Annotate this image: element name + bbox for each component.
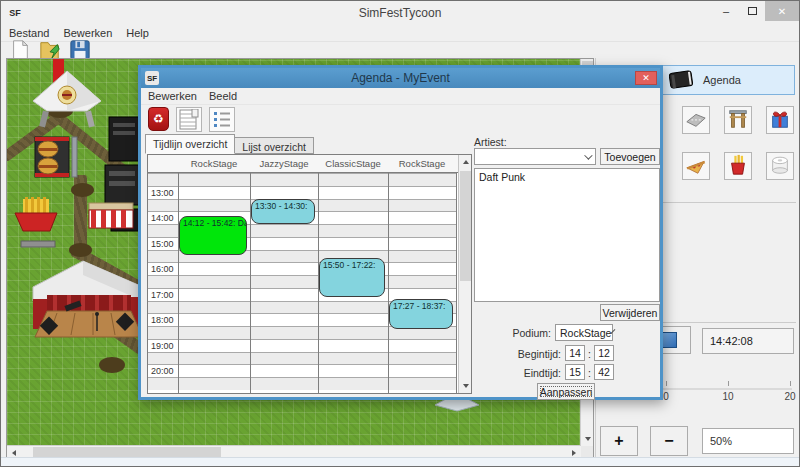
maximize-button[interactable] xyxy=(739,1,765,21)
road-tile-build-button[interactable] xyxy=(682,106,710,134)
timeline-view-icon[interactable] xyxy=(176,107,202,132)
pizza-icon xyxy=(685,154,707,178)
close-button[interactable]: ✕ xyxy=(765,1,799,21)
agenda-dialog: SF Agenda - MyEvent ✕ Bewerken Beeld ♻ xyxy=(138,65,663,400)
menu-bestand[interactable]: Bestand xyxy=(9,27,49,39)
timeline-row xyxy=(148,275,456,288)
agenda-event-rockstage[interactable]: 17:27 - 18:37: xyxy=(389,299,453,329)
timeline-row xyxy=(148,352,456,365)
agenda-button-label: Agenda xyxy=(703,74,741,86)
stage-frame-build-button[interactable] xyxy=(724,106,752,134)
menu-bewerken[interactable]: Bewerken xyxy=(63,27,112,39)
artist-listbox[interactable]: Daft Punk xyxy=(474,168,660,302)
dialog-titlebar: SF Agenda - MyEvent ✕ xyxy=(141,68,660,88)
column-header-jazzystage: JazzyStage xyxy=(250,158,318,169)
start-time-label: Begintijd: xyxy=(491,348,561,360)
timeline-row xyxy=(148,173,456,186)
time-colon: : xyxy=(588,348,591,360)
maximize-icon xyxy=(748,7,757,15)
grid-line xyxy=(148,275,456,276)
grid-line xyxy=(148,288,456,289)
artist-list-item[interactable]: Daft Punk xyxy=(475,169,659,185)
list-view-icon[interactable] xyxy=(209,107,235,132)
hour-label: 19:00 xyxy=(151,341,174,351)
game-clock: 14:42:08 xyxy=(702,328,794,354)
path-junction xyxy=(71,183,94,197)
grid-line xyxy=(148,173,456,174)
fries-build-button[interactable] xyxy=(724,152,752,180)
scroll-left-icon[interactable] xyxy=(9,450,16,456)
dialog-close-button[interactable]: ✕ xyxy=(635,71,657,85)
dialog-menubar: Bewerken Beeld xyxy=(141,88,660,105)
stage-combobox[interactable]: RockStage xyxy=(555,324,613,341)
slider-tick-label: 20 xyxy=(784,391,795,402)
agenda-event-jazzystage[interactable]: 13:30 - 14:30: xyxy=(251,199,315,225)
path-junction xyxy=(99,357,125,373)
apply-button[interactable]: Aanpassen xyxy=(537,383,595,400)
pizza-build-button[interactable] xyxy=(682,152,710,180)
menu-help[interactable]: Help xyxy=(126,27,149,39)
scroll-down-icon[interactable] xyxy=(463,384,469,391)
add-artist-button[interactable]: Toevoegen xyxy=(600,148,660,165)
trash-icon[interactable]: ♻ xyxy=(148,107,169,131)
column-border xyxy=(178,155,179,393)
remove-artist-button[interactable]: Verwijderen xyxy=(600,304,660,321)
time-colon: : xyxy=(588,367,591,379)
hour-label: 15:00 xyxy=(151,239,174,249)
grid-line xyxy=(148,339,456,340)
tab-lijst-overzicht[interactable]: Lijst overzicht xyxy=(234,137,314,154)
start-minute-field[interactable]: 12 xyxy=(594,345,614,361)
column-border xyxy=(250,155,251,393)
agenda-event-rockstage[interactable]: 14:12 - 15:42: Daft Punk xyxy=(179,216,247,254)
column-header-classicstage: ClassicStage xyxy=(318,158,388,169)
toilet-roll-build-button[interactable] xyxy=(766,152,794,180)
scroll-right-icon[interactable] xyxy=(572,450,579,456)
burger-stand[interactable] xyxy=(33,135,79,179)
stage-frame-icon xyxy=(727,108,749,132)
chevron-down-icon xyxy=(611,329,616,334)
window-title: SimFestTycoon xyxy=(1,6,799,20)
gift-icon xyxy=(769,108,791,132)
agenda-book-icon xyxy=(669,70,693,90)
grid-line xyxy=(148,186,456,187)
fries-icon xyxy=(727,154,749,178)
slider-tick xyxy=(728,381,729,386)
grid-line xyxy=(148,364,456,365)
menubar: Bestand Bewerken Help xyxy=(1,25,799,42)
start-hour-field[interactable]: 14 xyxy=(565,345,585,361)
dialog-menu-bewerken[interactable]: Bewerken xyxy=(148,90,197,102)
hour-label: 14:00 xyxy=(151,213,174,223)
view-tabs: Tijdlijn overzicht Lijst overzicht xyxy=(145,134,313,154)
scroll-down-icon[interactable] xyxy=(585,437,591,444)
slider-tick xyxy=(666,381,667,386)
food-tent[interactable] xyxy=(33,71,101,137)
stage-label: Podium: xyxy=(509,327,551,339)
dialog-menu-beeld[interactable]: Beeld xyxy=(209,90,237,102)
speed-icon xyxy=(661,332,677,348)
agenda-event-classicstage[interactable]: 15:50 - 17:22: xyxy=(319,258,385,297)
minimize-button[interactable]: – xyxy=(713,1,739,21)
slider-tick-label: 10 xyxy=(722,391,733,402)
road-tile-icon xyxy=(685,108,707,132)
main-stage[interactable] xyxy=(23,261,143,347)
timeline-grid[interactable]: 13:0014:0015:0016:0017:0018:0019:0020:00… xyxy=(147,154,472,394)
fries-stand[interactable] xyxy=(13,197,61,251)
grid-line xyxy=(148,377,456,378)
end-minute-field[interactable]: 42 xyxy=(594,364,614,380)
end-hour-field[interactable]: 15 xyxy=(565,364,585,380)
hour-label: 13:00 xyxy=(151,188,174,198)
gift-build-button[interactable] xyxy=(766,106,794,134)
column-border xyxy=(388,155,389,393)
zoom-level-field[interactable]: 50% xyxy=(702,428,794,454)
slider-tick xyxy=(790,381,791,386)
stage-combobox-value: RockStage xyxy=(560,327,611,339)
hour-label: 20:00 xyxy=(151,366,174,376)
tab-tijdlijn-overzicht[interactable]: Tijdlijn overzicht xyxy=(145,134,235,154)
artist-combobox[interactable] xyxy=(474,148,596,165)
popcorn-stand[interactable] xyxy=(89,203,133,231)
zoom-out-button[interactable]: − xyxy=(650,426,688,456)
zoom-in-button[interactable]: + xyxy=(600,426,638,456)
timeline-scrollbar[interactable] xyxy=(458,155,471,393)
scroll-up-icon[interactable] xyxy=(463,157,469,164)
column-header-rockstage: RockStage xyxy=(388,158,456,169)
